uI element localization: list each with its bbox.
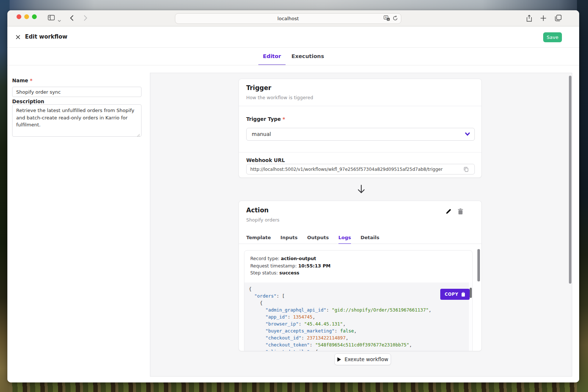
sidebar-toggle-icon[interactable] bbox=[48, 15, 55, 22]
code-line: "client_details": { bbox=[249, 348, 472, 351]
logs-scrollbar-thumb[interactable] bbox=[477, 249, 480, 281]
trigger-card: Trigger How the workflow is tiggered Tri… bbox=[239, 79, 482, 178]
action-tab-template[interactable]: Template bbox=[246, 234, 271, 244]
address-bar-url: localhost bbox=[175, 16, 401, 21]
record-status-row: Step status: success bbox=[250, 269, 331, 277]
webhook-url-label: Webhook URL bbox=[246, 157, 285, 163]
code-line: { bbox=[249, 285, 472, 292]
description-textarea[interactable]: Retrieve the latest unfulfilled orders f… bbox=[12, 104, 141, 137]
action-tab-logs[interactable]: Logs bbox=[338, 234, 351, 244]
execute-workflow-label: Exexute workflow bbox=[344, 356, 388, 362]
record-type-row: Record type: action-output bbox=[250, 255, 331, 262]
trigger-title: Trigger bbox=[246, 84, 271, 91]
tab-editor[interactable]: Editor bbox=[258, 48, 286, 65]
page-title: Edit workflow bbox=[25, 33, 67, 40]
copy-url-icon[interactable] bbox=[464, 166, 469, 173]
action-tab-inputs[interactable]: Inputs bbox=[280, 234, 298, 244]
new-tab-icon[interactable] bbox=[540, 15, 546, 23]
play-icon bbox=[337, 357, 341, 362]
log-record-meta: Record type: action-output Request times… bbox=[250, 255, 331, 277]
save-button[interactable]: Save bbox=[543, 32, 562, 42]
close-icon[interactable] bbox=[15, 34, 21, 40]
code-line: { bbox=[249, 299, 472, 306]
divider bbox=[239, 152, 481, 152]
back-icon[interactable] bbox=[70, 15, 74, 23]
svg-text:x: x bbox=[387, 18, 389, 21]
webhook-url-input[interactable] bbox=[246, 164, 475, 175]
code-block-lines: { "orders": [ { "admin_graphql_api_id": … bbox=[249, 285, 472, 351]
workflow-canvas-panel: Trigger How the workflow is tiggered Tri… bbox=[150, 73, 572, 377]
required-asterisk: * bbox=[30, 78, 32, 83]
translate-icon[interactable]: A x bbox=[384, 15, 390, 22]
code-line: "browser_ip": "45.44.45.131", bbox=[249, 320, 472, 327]
code-line: "checkout_token": "548f89654c511cd0f3976… bbox=[249, 341, 472, 348]
flow-arrow-down-icon bbox=[357, 184, 366, 195]
workflow-editor-page: Edit workflow Save Editor Executions Nam… bbox=[7, 26, 579, 382]
sidebar-chevron-down-icon[interactable] bbox=[58, 17, 61, 24]
trigger-subtitle: How the workflow is tiggered bbox=[246, 95, 313, 100]
code-line: "checkout_id": 23713422114897, bbox=[249, 334, 472, 341]
panel-scrollbar-thumb[interactable] bbox=[569, 76, 571, 284]
action-tab-outputs[interactable]: Outputs bbox=[307, 234, 329, 244]
logs-tab-content: Record type: action-output Request times… bbox=[239, 244, 481, 351]
minimize-window-button[interactable] bbox=[24, 14, 29, 19]
page-header: Edit workflow Save bbox=[7, 26, 579, 48]
reload-icon[interactable] bbox=[392, 15, 398, 22]
log-record-card: Record type: action-output Request times… bbox=[244, 250, 473, 351]
browser-toolbar: localhost A x bbox=[7, 10, 579, 26]
record-status-value: success bbox=[279, 270, 300, 276]
action-tab-details[interactable]: Details bbox=[361, 234, 379, 244]
trigger-type-value: manual bbox=[252, 131, 271, 137]
required-asterisk: * bbox=[283, 116, 285, 122]
action-card: Action Shopify orders TemplateInputsOut bbox=[239, 201, 482, 351]
action-subtitle: Shopify orders bbox=[246, 217, 279, 223]
tab-executions[interactable]: Executions bbox=[291, 48, 322, 65]
forward-icon[interactable] bbox=[83, 15, 87, 23]
code-block: { "orders": [ { "admin_graphql_api_id": … bbox=[244, 283, 472, 351]
action-title: Action bbox=[246, 206, 269, 214]
textarea-resize-handle[interactable] bbox=[137, 132, 140, 135]
zoom-window-button[interactable] bbox=[32, 14, 37, 19]
name-label: Name * bbox=[12, 78, 32, 83]
share-icon[interactable] bbox=[526, 15, 532, 24]
code-line: "admin_graphql_api_id": "gid://shopify/O… bbox=[249, 306, 472, 313]
code-line: "app_id": 1354745, bbox=[249, 313, 472, 320]
code-line: "orders": [ bbox=[249, 292, 472, 299]
chevron-down-icon bbox=[465, 132, 470, 136]
action-tabs: TemplateInputsOutputsLogsDetails bbox=[239, 234, 481, 244]
copy-button[interactable]: COPY bbox=[440, 289, 470, 300]
edit-pencil-icon[interactable] bbox=[445, 208, 452, 216]
top-tab-bar: Editor Executions bbox=[7, 48, 579, 65]
clipboard-icon bbox=[461, 292, 465, 297]
delete-trash-icon[interactable] bbox=[458, 208, 463, 216]
browser-window: localhost A x bbox=[7, 10, 579, 382]
trigger-type-select[interactable]: manual bbox=[246, 128, 475, 141]
address-bar[interactable]: localhost A x bbox=[175, 13, 401, 24]
description-label: Description bbox=[12, 98, 44, 104]
copy-button-label: COPY bbox=[445, 292, 458, 297]
code-line: "buyer_accepts_marketing": false, bbox=[249, 327, 472, 334]
record-timestamp-row: Request timestamp: 10:55:13 PM bbox=[250, 262, 331, 270]
execute-workflow-button[interactable]: Exexute workflow bbox=[334, 353, 391, 365]
code-scrollbar-thumb[interactable] bbox=[470, 288, 472, 298]
trigger-type-label: Trigger Type * bbox=[246, 116, 285, 122]
close-window-button[interactable] bbox=[17, 14, 21, 19]
name-input[interactable] bbox=[12, 87, 141, 97]
tab-overview-icon[interactable] bbox=[555, 15, 562, 23]
record-timestamp-value: 10:55:13 PM bbox=[298, 263, 330, 269]
record-type-value: action-output bbox=[281, 256, 316, 261]
divider bbox=[239, 106, 481, 106]
